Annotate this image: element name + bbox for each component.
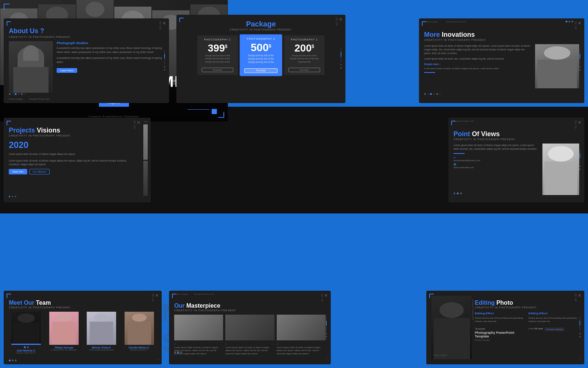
package-card-1: PHOTOGRAPHY 1 399$ Simply dummy text of … [197,35,238,75]
hero-blue-line [187,109,209,110]
point-subtitle: CREATIVITY IN PHOTOGRAPH PRESENT. [453,138,579,141]
scroll-track [341,48,341,63]
slide-number: 02 / 10 [159,21,162,29]
about-title: About Us ? [9,27,164,35]
purchase-btn-2[interactable]: Purchase [244,68,277,73]
scroll-arrow-down[interactable]: ▼ [163,69,166,72]
about-subtitle: CREATIVITY IN PHOTOGRAPH PRESENT. [9,36,164,38]
design-label: Modern Design [475,339,526,341]
our-mission-button[interactable]: Our Mission [29,169,50,174]
title-blue: Meet Our [9,300,34,306]
close-icon[interactable]: ✕ [578,120,581,125]
dot-3 [424,93,426,95]
scroll-arrow-up[interactable]: ▲ [325,332,328,335]
photo-studios-link[interactable]: Photograph Studios [57,41,164,45]
close-icon[interactable]: ✕ [155,293,159,298]
premium-badge: Premium Design [544,328,565,331]
slide-number: 02 / 10 [574,21,577,29]
scroll-arrow-up[interactable]: ▲ [578,164,581,167]
purchase-btn-3[interactable]: Purchase [288,68,320,72]
scroll-arrow-down[interactable]: ▼ [340,67,343,70]
scroll-arrow-down[interactable]: ▼ [578,336,581,339]
dot [460,192,462,194]
scroll-arrow-up[interactable]: ▲ [578,65,581,68]
title-white: Of Views [472,130,500,138]
scroll-arrow-up[interactable]: ▲ [578,332,581,335]
dot [24,346,26,348]
dot [9,196,10,197]
projects-body1: Lorem ipsum dolor sit amet, et dolore ma… [9,152,138,156]
scroll-indicator: ▲ ▼ [578,149,581,171]
purchase-btn-1[interactable]: Purchase [202,68,233,72]
nav-dots [174,351,182,353]
team-member-1: Julia Marlesa C. HEAD PROJECT [9,312,44,354]
masterpiece-text-2: ✓ Lorem ipsum dolor sit amet, et dolore … [225,343,274,355]
editing-subtitle: CREATIVITY IN PHOTOGRAPH PRESENT. [475,306,579,309]
more-info-button[interactable]: More Info [9,169,27,174]
editing-meta: Template Photography PowerPoint Template… [475,328,579,341]
editing-columns: Editing Effect Simply dummy text of the … [475,312,579,326]
slide-dots: 3 2 1 [9,93,25,95]
close-icon[interactable]: ✕ [324,293,328,298]
corner-decoration-tl [179,18,184,22]
editing-layout: Greatest Photos 100 Frame Images Editing… [431,296,579,359]
innov-body1: Lorem ipsum dolor sit amet, et dolore ma… [424,44,531,55]
close-icon[interactable]: ✕ [162,21,166,26]
innovations-subtitle: CREATIVITY IN PHOTOGRAPH PRESENT. [424,39,579,41]
innov-body2: Lorem ipsum dolor sit amet, dol, consect… [424,57,531,61]
dot [457,192,459,194]
scroll-track [580,50,580,64]
scroll-thumb [326,321,327,325]
masterpiece-subtitle: CREATIVITY IN PHOTOGRAPH PRESENT. [174,309,326,312]
corner-tl [7,294,11,298]
dot [453,192,455,194]
package-title: Package [182,20,340,28]
team-member-4: Claudia Melina C. HEAD AGENCY [122,312,157,354]
greatest-vertical: Greatest Photos 100 [471,299,475,321]
scroll-thumb [164,54,165,59]
team-title: Meet Our Team [9,300,157,306]
level-val: All Level [534,328,543,331]
editing-title: Editing Photo [475,300,579,306]
package-card-3: PHOTOGRAPHY 1 200$ Simply dummy text of … [284,35,325,75]
scroll-arrow-up[interactable]: ▲ [340,63,343,66]
pkg-price-2: 500$ [244,42,277,54]
close-icon[interactable]: ✕ [339,17,343,22]
level-info: Level All Level Premium Design [528,328,579,341]
projects-year: 2020 [9,140,138,150]
level-badges: Level All Level Premium Design [528,328,579,331]
template-val: Photography PowerPoint Template [475,331,526,338]
scroll-thumb [580,54,580,59]
editing-col-1: Editing Effect Simply dummy text of the … [475,312,526,326]
scroll-arrow-up[interactable]: ▲ [163,65,166,68]
team-member-3: Winnia Trisha F. THE AMBASSADORS [84,312,119,354]
close-icon[interactable]: ✕ [578,293,581,298]
innovations-title: More Inovations [424,31,579,39]
scroll-arrow-down[interactable]: ▼ [325,336,328,339]
project-buttons: More Info Our Mission [9,169,138,174]
slide-number: 02 / 10 [133,121,136,128]
scroll-arrow-down[interactable]: ▼ [578,69,581,72]
detail-label: Details Here : [424,63,531,66]
dot [27,346,29,348]
scroll-indicator: ▲ ▼ [578,316,581,339]
slide-dots: 3 2 1 [424,93,441,95]
projects-body2: Lorem ipsum dolor sit amet, et dolore ma… [9,159,138,166]
pkg-desc-3: Simply dummy text of the Simply dummy te… [288,54,320,63]
learn-more-button[interactable]: Learn More [57,68,77,73]
masterpiece-text-3: ✓ Lorem ipsum dolor sit amet, et dolore … [277,343,326,355]
corner-tl [7,121,11,125]
hero-blue-square [212,109,217,114]
scroll-arrow-down[interactable]: ▼ [578,168,581,171]
scroll-track [580,149,580,164]
title-blue: Our [174,302,184,309]
slide-about: ✕ Frame Images Greatest Photos 100 02 / … [4,18,169,103]
close-icon[interactable]: ✕ [578,21,581,26]
more-dots: ··· [326,355,329,361]
about-body2: A wonderful serenity has taken possessio… [57,56,164,64]
innovations-image [535,44,579,88]
title-white: Inovations [442,31,475,38]
team-photo-4 [125,312,154,345]
slide-innovations: ✕ 02 / 10 Frame Images Greatest Photos 1… [419,18,584,103]
close-icon[interactable]: ✕ [137,120,140,125]
